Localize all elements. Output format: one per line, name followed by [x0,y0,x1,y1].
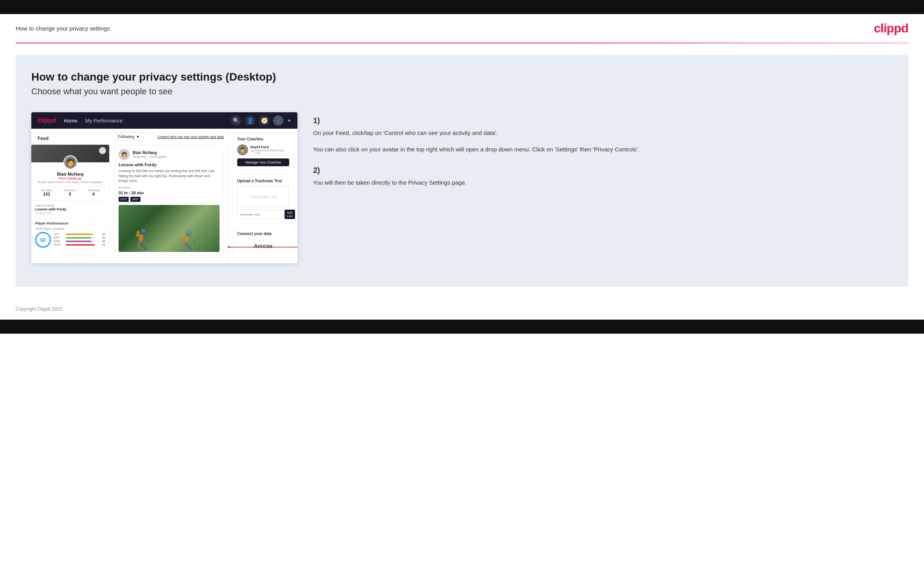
profile-handicap: Plus Handicap [35,176,105,180]
activity-duration-label: Duration [119,186,220,189]
bar-ott-fill [66,234,93,235]
trackman-link-row: Add Link [237,210,289,219]
app-feed: Following ▼ Control who can see your act… [110,129,229,263]
latest-activity: Latest Activity Lesson with Fordy 03 Aug… [31,201,109,218]
stat-bars: OTT 90 APP [54,233,105,247]
activity-description: Looking to feel like my hands are exitin… [119,169,220,183]
bar-ott: OTT 90 [54,233,105,235]
perf-content: 92 OTT 90 APP [35,232,105,248]
activity-image: 🏌️ 🏌️ [119,205,220,252]
bar-arg: ARG 86 [54,240,105,243]
trackman-link-input[interactable] [237,210,283,219]
arccos-logo: Arccos [237,239,289,253]
app-body: Feed 🧑 Blair McHarg Plus Handicap Royal … [31,129,297,263]
bar-app-value: 85 [97,236,105,239]
connect-section: Connect your data Arccos [233,227,294,257]
activity-card: 🧑 Blair McHarg Yesterday · Sunningdale L… [114,145,224,256]
stat-following: Following 4 [88,189,99,196]
step2-number: 2) [313,166,893,175]
nav-link-performance[interactable]: My Performance [85,118,122,124]
coach-info: David Ford 📍 Royal North Devon Golf Club [250,145,289,155]
connect-section-title: Connect your data [237,232,289,236]
activity-badges: OTT APP [119,197,220,202]
app-nav-logo: clippd [38,117,56,124]
browser-title: How to change your privacy settings [16,25,110,32]
instruction-step1: 1) On your Feed, click/tap on 'Control w… [313,116,893,154]
main-content: How to change your privacy settings (Des… [16,55,908,287]
activity-title: Lesson with Fordy [119,162,220,167]
following-button[interactable]: Following ▼ [114,133,143,141]
user-avatar-nav[interactable]: 👤 [273,115,283,126]
step1-text-2: You can also click on your avatar in the… [313,145,893,154]
bar-app-fill [66,237,91,239]
bar-arg-track [66,241,96,242]
content-columns: clippd Home My Performance 🔍 👤 🧭 👤 ▼ Fee… [31,112,893,263]
manage-coaches-button[interactable]: Manage Your Coaches [237,158,289,166]
activity-user: 🧑 Blair McHarg Yesterday · Sunningdale [119,149,220,160]
stat-activities-value: 131 [41,192,52,196]
instruction-step2: 2) You will then be taken directly to th… [313,166,893,187]
stat-activities-label: Activities [41,189,52,192]
compass-icon[interactable]: 🧭 [259,115,269,126]
page-subtitle: Choose what you want people to see [31,86,893,97]
profile-card: 🧑 Blair McHarg Plus Handicap Royal North… [31,145,109,201]
profile-avatar: 🧑 [63,155,77,169]
bar-app: APP 85 [54,236,105,239]
coach-name: David Ford [250,145,289,149]
stat-activities: Activities 131 [41,189,52,196]
coach-item: 👨 David Ford 📍 Royal North Devon Golf Cl… [237,144,289,155]
bar-putt-value: 96 [97,243,105,246]
avatar-dropdown-icon[interactable]: ▼ [287,119,291,123]
bar-putt-label: PUTT [54,243,64,246]
app-nav: clippd Home My Performance 🔍 👤 🧭 👤 ▼ [31,112,297,129]
feed-header: Following ▼ Control who can see your act… [114,133,224,141]
bar-putt-fill [66,244,95,246]
player-performance: Player Performance Total Player Quality … [31,218,109,251]
copyright-text: Copyright Clippd 2022 [16,306,62,312]
coach-avatar: 👨 [237,144,248,155]
perf-title: Player Performance [35,221,105,225]
step1-text-1: On your Feed, click/tap on 'Control who … [313,128,893,138]
golf-ball-decoration [99,147,106,154]
activity-user-meta: Yesterday · Sunningdale [133,155,166,158]
bar-arg-value: 86 [97,240,105,243]
people-icon[interactable]: 👤 [245,115,255,126]
nav-link-home[interactable]: Home [64,118,77,124]
following-chevron: ▼ [136,135,140,139]
latest-activity-date: 03 Aug 2022 [35,211,105,215]
app-right-panel: Your Coaches 👨 David Ford 📍 Royal North … [229,129,297,263]
bar-arg-fill [66,241,92,242]
feed-tab[interactable]: Feed [31,133,109,145]
stat-following-label: Following [88,189,99,192]
add-link-button[interactable]: Add Link [285,210,295,219]
coach-club: 📍 Royal North Devon Golf Club [250,149,289,155]
trackman-placeholder: Trackman Link [237,186,289,207]
bar-app-track [66,237,96,239]
control-privacy-link[interactable]: Control who can see your activity and da… [157,135,224,139]
latest-activity-label: Latest Activity [35,204,105,207]
bar-ott-label: OTT [54,233,64,235]
golfer-figure-2: 🏌️ [177,230,200,252]
header-divider [16,43,908,43]
header: How to change your privacy settings clip… [0,14,924,43]
clippd-logo: clippd [874,21,908,36]
bottom-bar [0,320,924,334]
score-circle: 92 [35,232,51,248]
app-nav-icons: 🔍 👤 🧭 👤 ▼ [231,115,291,126]
coaches-section: Your Coaches 👨 David Ford 📍 Royal North … [233,133,294,171]
bar-putt: PUTT 96 [54,243,105,246]
quality-label: Total Player Quality ℹ [35,227,105,230]
instructions: 1) On your Feed, click/tap on 'Control w… [313,112,893,199]
activity-user-avatar: 🧑 [119,149,130,160]
bar-arg-label: ARG [54,240,64,243]
activity-time: 01 hr : 30 min [119,191,220,195]
activity-user-info: Blair McHarg Yesterday · Sunningdale [133,151,166,158]
search-icon[interactable]: 🔍 [231,115,241,126]
badge-ott: OTT [119,197,129,202]
profile-club: Royal North Devon Golf Club, United King… [35,180,105,184]
coaches-section-title: Your Coaches [237,137,289,141]
footer: Copyright Clippd 2022 [0,298,924,320]
bar-ott-value: 90 [97,233,105,235]
trackman-section: Upload a Trackman Test Trackman Link Add… [233,174,294,223]
profile-stats: Activities 131 Followers 3 Following 4 [35,186,105,196]
